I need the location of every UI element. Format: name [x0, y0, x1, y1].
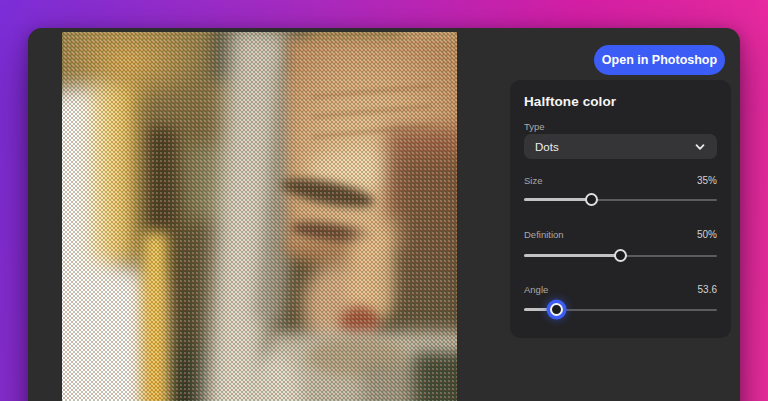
definition-slider-value: 50% [697, 229, 717, 240]
size-slider-handle[interactable] [585, 193, 598, 206]
size-slider-label: Size [524, 175, 542, 186]
size-slider[interactable] [524, 192, 717, 207]
angle-slider[interactable] [524, 302, 717, 317]
angle-slider-label: Angle [524, 284, 548, 295]
type-dropdown[interactable]: Dots [524, 134, 717, 159]
halftone-preview-image [62, 32, 457, 401]
app-window: Open in Photoshop Halftone color Type Do… [28, 28, 740, 401]
slider-fill [524, 198, 592, 201]
definition-slider-handle[interactable] [614, 249, 627, 262]
angle-slider-handle[interactable] [550, 303, 563, 316]
size-slider-row: Size 35% [524, 175, 717, 186]
size-slider-value: 35% [697, 175, 717, 186]
angle-slider-value: 53.6 [698, 284, 717, 295]
desktop-background: { "app": { "open_button_label": "Open in… [0, 0, 768, 401]
type-field-label: Type [524, 121, 545, 132]
type-dropdown-value: Dots [535, 141, 559, 153]
definition-slider[interactable] [524, 248, 717, 263]
open-in-photoshop-button[interactable]: Open in Photoshop [594, 45, 725, 75]
halftone-dot-pattern [62, 32, 457, 401]
chevron-down-icon [694, 141, 706, 153]
slider-fill [524, 254, 621, 257]
panel-title: Halftone color [524, 94, 616, 109]
halftone-settings-panel: Halftone color Type Dots Size 35% [510, 80, 731, 338]
angle-slider-row: Angle 53.6 [524, 284, 717, 295]
definition-slider-label: Definition [524, 229, 564, 240]
definition-slider-row: Definition 50% [524, 229, 717, 240]
